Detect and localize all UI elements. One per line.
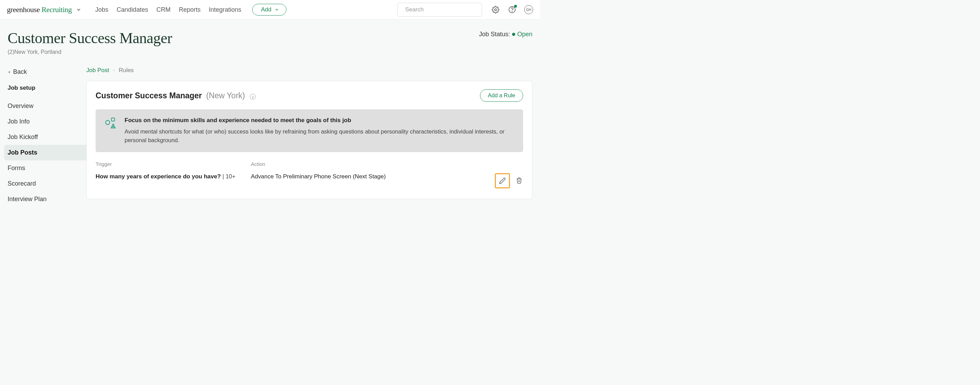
sidebar-section-title: Job setup — [8, 84, 86, 91]
note-title: Focus on the minimum skills and experien… — [124, 117, 514, 124]
breadcrumb-current: Rules — [119, 67, 134, 74]
card-title: Customer Success Manager (New York) i — [95, 91, 256, 100]
column-action-header: Action — [251, 161, 492, 167]
info-icon[interactable]: i — [250, 94, 256, 100]
page-subtitle: (2)New York, Portland — [8, 49, 172, 55]
logo-word1: greenhouse — [7, 5, 40, 14]
rule-trigger-value: | 10+ — [221, 173, 236, 180]
back-label: Back — [13, 68, 27, 76]
sidebar-item-job-info[interactable]: Job Info — [4, 114, 86, 129]
rules-card: Customer Success Manager (New York) i Ad… — [86, 81, 533, 199]
settings-icon[interactable] — [491, 5, 500, 14]
back-link[interactable]: Back — [8, 68, 86, 76]
avatar[interactable]: GH — [524, 5, 533, 14]
rule-action: Advance To Preliminary Phone Screen (Nex… — [251, 173, 492, 180]
nav-crm[interactable]: CRM — [156, 6, 170, 13]
rule-trigger-question: How many years of experience do you have… — [95, 173, 221, 180]
job-status: Job Status: Open — [479, 29, 533, 38]
nav-integrations[interactable]: Integrations — [209, 6, 241, 13]
rule-row: How many years of experience do you have… — [95, 173, 523, 188]
svg-point-2 — [495, 9, 496, 11]
add-button-label: Add — [261, 6, 271, 13]
chevron-down-icon — [274, 7, 279, 12]
chevron-left-icon — [8, 70, 11, 75]
chevron-down-icon[interactable] — [76, 7, 81, 13]
sidebar-item-overview[interactable]: Overview — [4, 98, 86, 114]
edit-rule-button[interactable] — [495, 173, 510, 188]
help-icon[interactable] — [508, 5, 517, 14]
status-dot-icon — [512, 33, 515, 36]
nav-jobs[interactable]: Jobs — [95, 6, 108, 13]
sidebar-item-forms[interactable]: Forms — [4, 161, 86, 176]
trash-icon — [516, 177, 522, 184]
breadcrumb-parent[interactable]: Job Post — [86, 67, 109, 74]
note-box: Focus on the minimum skills and experien… — [95, 109, 523, 152]
add-button[interactable]: Add — [252, 4, 286, 16]
svg-point-6 — [106, 120, 110, 124]
chevron-right-icon — [113, 68, 115, 72]
search-input[interactable] — [405, 6, 478, 13]
breadcrumb: Job Post Rules — [86, 67, 533, 74]
job-status-label: Job Status: — [479, 31, 510, 38]
page-title: Customer Success Manager — [8, 29, 172, 47]
logo-word2: Recruiting — [41, 5, 72, 14]
pencil-icon — [499, 177, 506, 184]
shapes-icon — [105, 117, 116, 129]
sidebar-item-job-posts[interactable]: Job Posts — [4, 145, 86, 161]
card-location: (New York) — [206, 91, 245, 100]
note-body: Avoid mental shortcuts for what (or who)… — [124, 127, 514, 145]
nav-candidates[interactable]: Candidates — [117, 6, 148, 13]
svg-point-4 — [512, 11, 512, 12]
column-trigger-header: Trigger — [95, 161, 251, 167]
card-title-text: Customer Success Manager — [95, 91, 202, 100]
search-box[interactable] — [397, 3, 482, 17]
svg-rect-5 — [111, 118, 115, 121]
job-status-value: Open — [517, 31, 533, 38]
add-rule-button[interactable]: Add a Rule — [480, 89, 523, 102]
delete-rule-button[interactable] — [515, 177, 523, 185]
sidebar-item-interview-plan[interactable]: Interview Plan — [4, 191, 86, 207]
nav-reports[interactable]: Reports — [179, 6, 200, 13]
sidebar-item-job-kickoff[interactable]: Job Kickoff — [4, 129, 86, 145]
sidebar-item-scorecard[interactable]: Scorecard — [4, 176, 86, 191]
logo[interactable]: greenhouse Recruiting — [7, 5, 81, 14]
